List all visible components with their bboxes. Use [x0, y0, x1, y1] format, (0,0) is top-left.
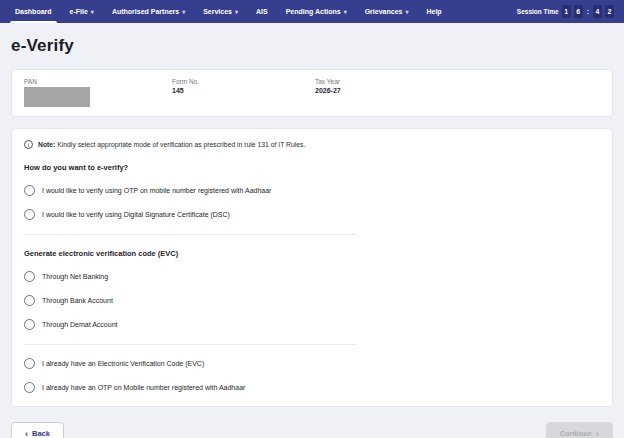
chevron-down-icon: [344, 9, 347, 15]
radio-option-label: I would like to verify using Digital Sig…: [42, 211, 230, 218]
tax-year-value: 2026-27: [315, 87, 341, 94]
pan-value-redacted: [24, 87, 90, 107]
back-button-label: Back: [32, 429, 50, 438]
chevron-right-icon: [596, 429, 599, 438]
radio-option-net-banking[interactable]: Through Net Banking: [24, 271, 600, 282]
radio-button-icon[interactable]: [24, 358, 35, 369]
footer-actions: Back Continue: [11, 422, 613, 438]
radio-option-label: Through Bank Account: [42, 297, 113, 304]
info-icon: [24, 140, 33, 149]
continue-button[interactable]: Continue: [546, 422, 614, 438]
session-digit: 1: [562, 5, 571, 18]
back-button[interactable]: Back: [11, 422, 64, 438]
nav-item-ais[interactable]: AIS: [247, 0, 277, 23]
nav-item-label: AIS: [256, 8, 268, 15]
nav-item-help[interactable]: Help: [417, 0, 450, 23]
chevron-down-icon: [405, 9, 408, 15]
pan-column: PAN: [24, 78, 172, 107]
nav-spacer: [451, 0, 517, 23]
page-title: e-Verify: [11, 36, 613, 56]
radio-option-demat-account[interactable]: Through Demat Account: [24, 319, 600, 330]
nav-item-dashboard[interactable]: Dashboard: [6, 0, 61, 23]
radio-option-aadhaar-otp[interactable]: I would like to verify using OTP on mobi…: [24, 185, 600, 196]
nav-item-services[interactable]: Services: [194, 0, 247, 23]
radio-button-icon[interactable]: [24, 382, 35, 393]
radio-option-label: I already have an Electronic Verificatio…: [42, 360, 204, 367]
nav-item-pending-actions[interactable]: Pending Actions: [277, 0, 356, 23]
continue-button-label: Continue: [560, 429, 593, 438]
chevron-down-icon: [235, 9, 238, 15]
radio-button-icon[interactable]: [24, 271, 35, 282]
session-digit: 6: [574, 5, 583, 18]
tax-year-label: Tax Year: [315, 78, 341, 85]
pan-label: PAN: [24, 78, 172, 85]
group-title-how-to-everify: How do you want to e-verify?: [24, 163, 600, 172]
radio-button-icon[interactable]: [24, 185, 35, 196]
session-digit: 2: [605, 5, 614, 18]
session-timer: Session Time 1 6 : 4 2: [517, 0, 614, 23]
e-verify-options-panel: Note: Kindly select appropriate mode of …: [11, 128, 613, 407]
radio-option-label: I already have an OTP on Mobile number r…: [42, 384, 245, 391]
chevron-left-icon: [25, 429, 28, 438]
group-title-generate-evc: Generate electronic verification code (E…: [24, 249, 600, 258]
radio-option-label: I would like to verify using OTP on mobi…: [42, 187, 271, 194]
return-summary-card: PAN Form No. 145 Tax Year 2026-27: [11, 69, 613, 117]
page-content: e-Verify PAN Form No. 145 Tax Year 2026-…: [0, 36, 624, 438]
nav-item-authorised-partners[interactable]: Authorised Partners: [103, 0, 194, 23]
top-navbar: Dashboard e-File Authorised Partners Ser…: [0, 0, 624, 23]
session-digit: 4: [593, 5, 602, 18]
radio-option-dsc[interactable]: I would like to verify using Digital Sig…: [24, 209, 600, 220]
note-prefix: Note:: [38, 141, 55, 148]
form-no-label: Form No.: [172, 78, 315, 85]
chevron-down-icon: [91, 9, 94, 15]
nav-item-grievances[interactable]: Grievances: [356, 0, 418, 23]
session-colon: :: [587, 8, 589, 15]
note-text: Note: Kindly select appropriate mode of …: [38, 141, 305, 148]
radio-option-bank-account[interactable]: Through Bank Account: [24, 295, 600, 306]
nav-item-label: Grievances: [365, 8, 403, 15]
section-divider: [24, 234, 356, 235]
note-body: Kindly select appropriate mode of verifi…: [57, 141, 305, 148]
session-time-label: Session Time: [517, 8, 559, 15]
radio-option-label: Through Net Banking: [42, 273, 108, 280]
radio-option-label: Through Demat Account: [42, 321, 118, 328]
radio-button-icon[interactable]: [24, 209, 35, 220]
nav-item-e-file[interactable]: e-File: [61, 0, 103, 23]
nav-item-label: Dashboard: [15, 8, 52, 15]
section-divider: [24, 344, 356, 345]
radio-option-have-aadhaar-otp[interactable]: I already have an OTP on Mobile number r…: [24, 382, 600, 393]
nav-item-label: Pending Actions: [286, 8, 341, 15]
note-row: Note: Kindly select appropriate mode of …: [24, 140, 600, 149]
nav-item-label: Help: [426, 8, 441, 15]
form-no-column: Form No. 145: [172, 78, 315, 107]
nav-item-label: Services: [203, 8, 232, 15]
nav-item-label: e-File: [70, 8, 88, 15]
tax-year-column: Tax Year 2026-27: [315, 78, 341, 107]
form-no-value: 145: [172, 87, 315, 94]
nav-item-label: Authorised Partners: [112, 8, 179, 15]
chevron-down-icon: [182, 9, 185, 15]
radio-option-have-evc[interactable]: I already have an Electronic Verificatio…: [24, 358, 600, 369]
radio-button-icon[interactable]: [24, 295, 35, 306]
radio-button-icon[interactable]: [24, 319, 35, 330]
